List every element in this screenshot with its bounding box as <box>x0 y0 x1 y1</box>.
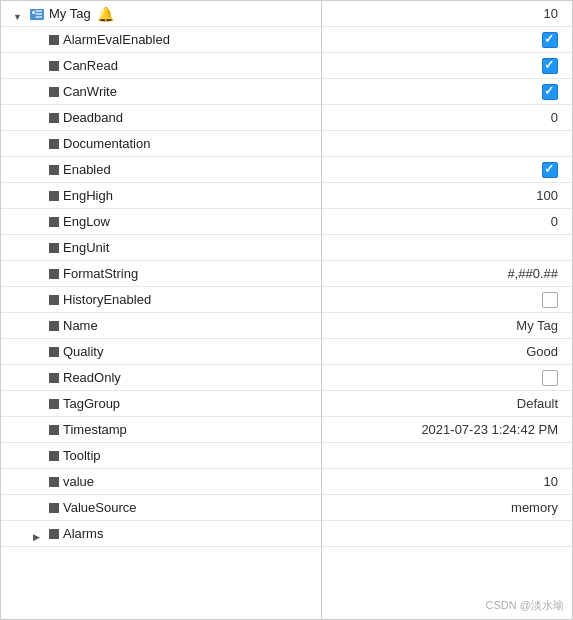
checkbox-0[interactable] <box>542 32 558 48</box>
property-icon-8 <box>49 243 59 253</box>
prop-label-17: value <box>63 474 94 489</box>
prop-label-8: EngUnit <box>63 240 109 255</box>
prop-label-6: EngHigh <box>63 188 113 203</box>
checkbox-13[interactable] <box>542 370 558 386</box>
tree-row-10[interactable]: HistoryEnabled <box>1 287 572 313</box>
property-icon-11 <box>49 321 59 331</box>
tree-row-2[interactable]: CanWrite <box>1 79 572 105</box>
prop-label-16: Tooltip <box>63 448 101 463</box>
tree-row-17[interactable]: value 10 <box>1 469 572 495</box>
prop-label-18: ValueSource <box>63 500 136 515</box>
tree-row-14[interactable]: TagGroup Default <box>1 391 572 417</box>
svg-point-1 <box>32 11 35 14</box>
property-icon-0 <box>49 35 59 45</box>
tree-row-9[interactable]: FormatString #,##0.## <box>1 261 572 287</box>
tree-row-3[interactable]: Deadband 0 <box>1 105 572 131</box>
property-icon-18 <box>49 503 59 513</box>
tree-row-6[interactable]: EngHigh 100 <box>1 183 572 209</box>
prop-label-4: Documentation <box>63 136 150 151</box>
prop-value-9: #,##0.## <box>368 266 568 281</box>
tree-row-0[interactable]: AlarmEvalEnabled <box>1 27 572 53</box>
prop-value-6: 100 <box>368 188 568 203</box>
bell-icon: 🔔 <box>97 6 114 22</box>
prop-value-3: 0 <box>368 110 568 125</box>
expand-arrow-alarms[interactable] <box>33 528 45 540</box>
tree-row-18[interactable]: ValueSource memory <box>1 495 572 521</box>
tree-row-7[interactable]: EngLow 0 <box>1 209 572 235</box>
expand-arrow-root[interactable] <box>13 8 25 20</box>
root-label: My Tag <box>49 6 91 21</box>
prop-label-13: ReadOnly <box>63 370 121 385</box>
tree-row-8[interactable]: EngUnit <box>1 235 572 261</box>
tree-row-root[interactable]: My Tag 🔔 10 <box>1 1 572 27</box>
root-value: 10 <box>368 6 568 21</box>
prop-value-7: 0 <box>368 214 568 229</box>
prop-label-5: Enabled <box>63 162 111 177</box>
alarms-icon <box>49 529 59 539</box>
alarms-label: Alarms <box>63 526 103 541</box>
property-icon-13 <box>49 373 59 383</box>
property-icon-17 <box>49 477 59 487</box>
tree-container: My Tag 🔔 10 AlarmEvalEnabled CanRead <box>0 0 573 620</box>
tree-row-13[interactable]: ReadOnly <box>1 365 572 391</box>
checkbox-1[interactable] <box>542 58 558 74</box>
checkbox-5[interactable] <box>542 162 558 178</box>
prop-label-3: Deadband <box>63 110 123 125</box>
root-icon <box>29 6 45 22</box>
property-icon-10 <box>49 295 59 305</box>
prop-value-11: My Tag <box>368 318 568 333</box>
watermark: CSDN @淡水瑜 <box>486 598 564 613</box>
property-icon-9 <box>49 269 59 279</box>
prop-value-15: 2021-07-23 1:24:42 PM <box>368 422 568 437</box>
tree-row-12[interactable]: Quality Good <box>1 339 572 365</box>
tree-row-5[interactable]: Enabled <box>1 157 572 183</box>
tree-row-1[interactable]: CanRead <box>1 53 572 79</box>
property-icon-12 <box>49 347 59 357</box>
tree-row-15[interactable]: Timestamp 2021-07-23 1:24:42 PM <box>1 417 572 443</box>
tree-row-4[interactable]: Documentation <box>1 131 572 157</box>
property-icon-6 <box>49 191 59 201</box>
prop-label-1: CanRead <box>63 58 118 73</box>
property-icon-4 <box>49 139 59 149</box>
prop-label-12: Quality <box>63 344 103 359</box>
prop-label-11: Name <box>63 318 98 333</box>
prop-label-7: EngLow <box>63 214 110 229</box>
property-icon-16 <box>49 451 59 461</box>
prop-label-2: CanWrite <box>63 84 117 99</box>
tag-icon <box>29 6 45 22</box>
prop-value-18: memory <box>368 500 568 515</box>
prop-label-0: AlarmEvalEnabled <box>63 32 170 47</box>
property-icon-5 <box>49 165 59 175</box>
tree-row-16[interactable]: Tooltip <box>1 443 572 469</box>
prop-value-12: Good <box>368 344 568 359</box>
property-icon-14 <box>49 399 59 409</box>
property-icon-7 <box>49 217 59 227</box>
checkbox-2[interactable] <box>542 84 558 100</box>
prop-label-14: TagGroup <box>63 396 120 411</box>
tree-row-11[interactable]: Name My Tag <box>1 313 572 339</box>
checkbox-10[interactable] <box>542 292 558 308</box>
property-icon-15 <box>49 425 59 435</box>
property-icon-2 <box>49 87 59 97</box>
prop-label-10: HistoryEnabled <box>63 292 151 307</box>
property-icon-1 <box>49 61 59 71</box>
property-icon-3 <box>49 113 59 123</box>
prop-label-15: Timestamp <box>63 422 127 437</box>
prop-label-9: FormatString <box>63 266 138 281</box>
prop-value-17: 10 <box>368 474 568 489</box>
prop-value-14: Default <box>368 396 568 411</box>
tree-row-alarms[interactable]: Alarms <box>1 521 572 547</box>
